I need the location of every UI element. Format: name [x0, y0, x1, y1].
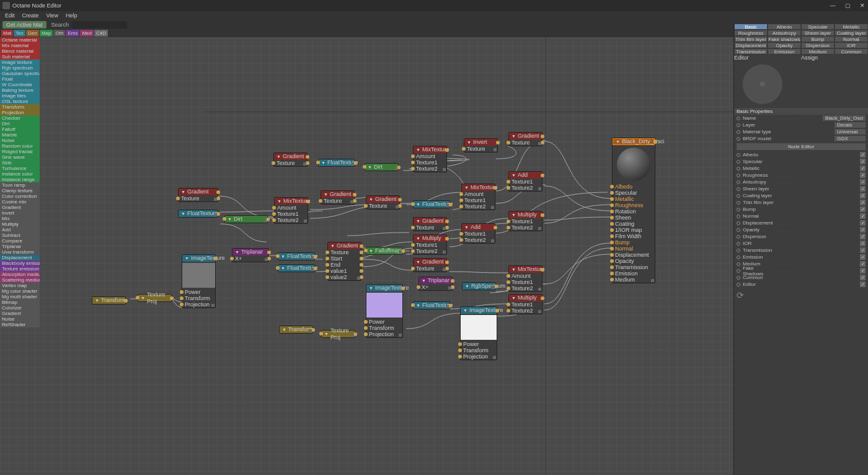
sidebar-item[interactable]: Triplanar — [0, 244, 40, 249]
sidebar-item[interactable]: Noise — [0, 138, 40, 143]
sidebar-item[interactable]: Toon ramp — [0, 182, 40, 188]
tab-thin-film-layer[interactable]: Thin film layer — [734, 36, 768, 42]
prop-value[interactable]: Decals — [835, 122, 866, 128]
keyframe-dot[interactable] — [737, 215, 740, 218]
keyframe-dot[interactable] — [737, 221, 740, 225]
keyframe-dot[interactable] — [737, 269, 740, 273]
sidebar-item[interactable]: Blackbody emission — [0, 260, 40, 266]
filter-chip-tex[interactable]: Tex — [14, 30, 25, 37]
node-multiply[interactable]: ▼Multiply Texture1 Texture2 — [508, 294, 542, 314]
node-multiply[interactable]: ▼Multiply Texture1 Texture2 — [413, 234, 447, 255]
node-floattexture[interactable]: ▼FloatTexture — [318, 159, 355, 167]
tab-opacity[interactable]: Opacity — [768, 42, 801, 48]
node-imagetexture[interactable]: ▼ImageTexture Power Transform Projection — [460, 306, 497, 360]
sidebar-item[interactable]: Checker — [0, 115, 40, 121]
keyframe-dot[interactable] — [737, 123, 740, 127]
tab-transmission[interactable]: Transmission — [734, 48, 768, 55]
checkbox[interactable]: ✓ — [860, 179, 866, 185]
prop-value[interactable]: Universal — [835, 129, 866, 135]
filter-chip-oth[interactable]: Oth — [53, 30, 65, 37]
filter-chip-med[interactable]: Med — [80, 30, 94, 37]
node-floattexture[interactable]: ▼FloatTexture — [413, 200, 450, 208]
sidebar-item[interactable]: Uvw transform — [0, 249, 40, 255]
node-transform[interactable]: ▼Transform — [279, 326, 313, 334]
tab-assign[interactable]: Assign — [801, 55, 868, 61]
keyframe-dot[interactable] — [737, 255, 740, 259]
checkbox[interactable]: ✓ — [860, 213, 866, 219]
node-rgbspectrum[interactable]: ▼RgbSpectrum — [462, 282, 496, 290]
node-gradient-multi[interactable]: ▼Gradient Texture Start End value1 value… — [327, 242, 361, 281]
tab-coating-layer[interactable]: Coating layer — [835, 30, 868, 36]
checkbox[interactable]: ✓ — [860, 241, 866, 246]
menu-view[interactable]: View — [46, 12, 58, 19]
keyframe-dot[interactable] — [737, 117, 740, 120]
sidebar-item[interactable]: Gradient — [0, 311, 40, 316]
node-multiply[interactable]: ▼Multiply Texture1 Texture2 — [508, 211, 542, 231]
node-mixtexture[interactable]: ▼MixTexture Amount Texture1 Texture2 — [274, 197, 308, 224]
checkbox[interactable]: ✓ — [860, 193, 866, 198]
tab-emission[interactable]: Emission — [768, 48, 801, 55]
node-add[interactable]: ▼Add Texture1 Texture2 — [461, 223, 495, 244]
tab-normal[interactable]: Normal — [835, 36, 868, 42]
filter-chip-map[interactable]: Map — [40, 30, 53, 37]
sidebar-item[interactable]: Float — [0, 76, 40, 82]
sidebar-item[interactable]: RefShader — [0, 322, 40, 327]
sidebar-item[interactable]: Displacement — [0, 255, 40, 260]
filter-chip-mat[interactable]: Mat — [1, 30, 13, 37]
node-gradient[interactable]: ▼Gradient Texture — [366, 195, 400, 210]
sidebar-item[interactable]: Instance color — [0, 171, 40, 177]
sidebar-item[interactable]: Blend material — [0, 48, 40, 54]
keyframe-dot[interactable] — [737, 187, 740, 191]
node-gradient[interactable]: ▼Gradient Texture — [178, 188, 218, 202]
sidebar-item[interactable]: Clamp texture — [0, 188, 40, 193]
tab-ior[interactable]: IOR — [835, 42, 868, 48]
sidebar-item[interactable]: Absorption medium — [0, 272, 40, 277]
sidebar-item[interactable]: Baking texture — [0, 87, 40, 93]
sidebar-item[interactable]: Color correction — [0, 193, 40, 199]
node-gradient[interactable]: ▼Gradient Texture — [321, 190, 355, 205]
sidebar-item[interactable]: Sub material — [0, 54, 40, 60]
maximize-button[interactable]: ▢ — [844, 2, 851, 9]
tab-specular[interactable]: Specular — [801, 24, 835, 30]
node-invert[interactable]: ▼Invert Texture — [464, 138, 498, 153]
node-triplanar[interactable]: ▼Triplanar X+ — [232, 248, 269, 262]
search-input[interactable] — [71, 21, 127, 29]
checkbox[interactable]: ✓ — [860, 254, 866, 260]
node-mixtexture[interactable]: ▼MixTexture Amount Texture1 Texture2 — [461, 184, 495, 210]
node-floattexture[interactable]: ▼FloatTexture — [278, 252, 315, 260]
keyframe-dot[interactable] — [737, 249, 740, 252]
keyframe-dot[interactable] — [737, 137, 740, 141]
sidebar-item[interactable]: Add — [0, 227, 40, 233]
checkbox[interactable]: ✓ — [860, 220, 866, 226]
sidebar-item[interactable]: Mix material — [0, 43, 40, 48]
keyframe-dot[interactable] — [737, 153, 740, 157]
sidebar-item[interactable]: Mix — [0, 216, 40, 221]
sidebar-item[interactable]: Noise — [0, 316, 40, 322]
checkbox[interactable]: ✓ — [860, 227, 866, 233]
sidebar-item[interactable]: Ridged fractal — [0, 149, 40, 154]
sidebar-item[interactable]: Gradient — [0, 205, 40, 210]
tab-medium[interactable]: Medium — [801, 48, 835, 55]
node-imagetexture[interactable]: ▼ImageTexture Power Transform Projection — [366, 284, 403, 338]
node-floattexture[interactable]: ▼FloatTexture — [178, 210, 218, 218]
keyframe-dot[interactable] — [737, 201, 740, 205]
menu-help[interactable]: Help — [66, 12, 78, 19]
prop-value[interactable]: GGX — [835, 136, 866, 141]
checkbox[interactable]: ✓ — [860, 282, 866, 287]
prop-value[interactable]: Black_Dirty_Osci — [823, 115, 866, 121]
filter-chip-c4d[interactable]: C4D — [94, 30, 108, 37]
menu-edit[interactable]: Edit — [5, 12, 15, 19]
checkbox[interactable]: ✓ — [860, 247, 866, 253]
sidebar-item[interactable]: Mg multi shader — [0, 294, 40, 300]
close-button[interactable]: ✕ — [859, 2, 866, 9]
sidebar-item[interactable]: Invert — [0, 210, 40, 216]
sidebar-item[interactable]: Marble — [0, 132, 40, 138]
node-transform[interactable]: ▼Transform — [92, 296, 126, 304]
node-gradient[interactable]: ▼Gradient Texture — [508, 132, 542, 146]
checkbox[interactable]: ✓ — [860, 275, 866, 280]
sidebar-item[interactable]: Multiply — [0, 221, 40, 227]
keyframe-dot[interactable] — [737, 194, 740, 198]
checkbox[interactable]: ✓ — [860, 200, 866, 205]
filter-chip-ems[interactable]: Ems — [66, 30, 79, 37]
sidebar-item[interactable]: Falloff — [0, 127, 40, 132]
